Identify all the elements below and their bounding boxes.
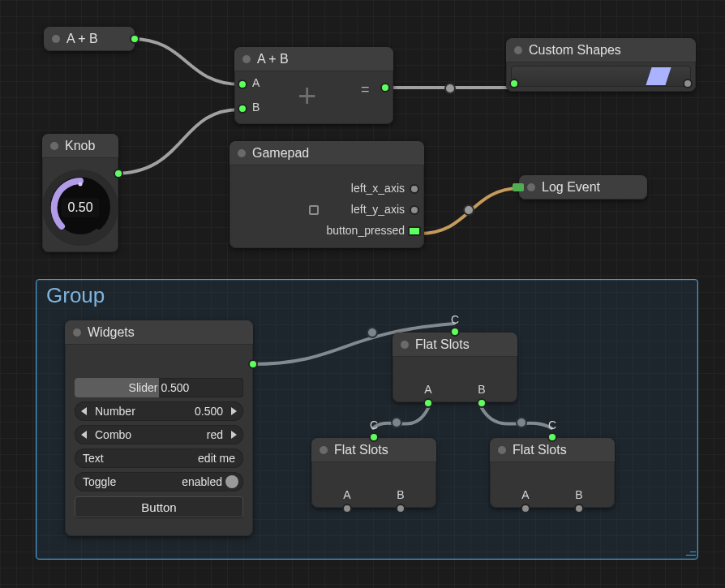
node-title: A + B: [66, 32, 98, 46]
number-value: 0.500: [195, 405, 231, 418]
port-label: A: [424, 383, 431, 396]
output-port-b[interactable]: [477, 398, 487, 408]
node-status-dot: [238, 149, 246, 157]
arrow-right-icon[interactable]: [231, 431, 237, 439]
node-title: A + B: [257, 52, 289, 67]
node-title: Flat Slots: [334, 443, 388, 457]
node-status-dot: [514, 46, 522, 54]
widget-combo[interactable]: Combo red: [75, 425, 243, 444]
equals-icon: =: [361, 81, 370, 98]
node-status-dot: [498, 446, 506, 454]
output-port[interactable]: [248, 359, 258, 369]
group-resize-handle[interactable]: [684, 546, 697, 559]
input-label: B: [252, 101, 260, 114]
output-label: left_x_axis: [351, 182, 405, 195]
output-port-a[interactable]: [423, 398, 433, 408]
number-label: Number: [87, 405, 144, 418]
node-log-event[interactable]: Log Event: [519, 175, 647, 200]
output-port-a[interactable]: [342, 504, 352, 513]
knob-dial[interactable]: 0.50: [47, 174, 114, 241]
output-port-x-axis[interactable]: [410, 184, 419, 194]
arrow-left-icon[interactable]: [81, 431, 87, 439]
port-label: A: [521, 488, 529, 501]
input-port-b[interactable]: [238, 104, 247, 114]
toggle-knob-icon[interactable]: [225, 475, 238, 488]
node-widgets[interactable]: Widgets Slider 0.500 Number 0.500 Combo …: [65, 320, 253, 536]
node-title: Custom Shapes: [529, 43, 621, 58]
input-port-c[interactable]: [369, 432, 379, 442]
port-label: C: [451, 313, 459, 326]
node-status-dot: [401, 341, 409, 349]
input-port[interactable]: [509, 79, 519, 88]
output-port[interactable]: [683, 79, 693, 88]
node-knob[interactable]: Knob 0.50: [42, 134, 118, 252]
wire-midpoint[interactable]: [444, 83, 456, 94]
svg-point-1: [79, 182, 83, 187]
node-status-dot: [320, 446, 328, 454]
output-port-b[interactable]: [574, 504, 584, 513]
output-label: button_pressed: [326, 224, 405, 237]
output-port[interactable]: [114, 169, 123, 178]
port-label: C: [548, 418, 556, 431]
node-a-plus-b-small[interactable]: A + B: [44, 27, 135, 51]
widget-number[interactable]: Number 0.500: [75, 401, 243, 421]
widget-text[interactable]: Text edit me: [75, 449, 243, 468]
output-port[interactable]: [130, 34, 139, 44]
widget-button[interactable]: Button: [75, 496, 243, 517]
operator-plus-icon: +: [298, 79, 316, 112]
custom-shape-segment[interactable]: [646, 67, 671, 85]
port-label: B: [575, 488, 582, 501]
node-custom-shapes[interactable]: Custom Shapes: [506, 38, 696, 92]
port-label: B: [397, 488, 404, 501]
input-port-c[interactable]: [547, 432, 557, 442]
combo-label: Combo: [87, 428, 139, 441]
text-value[interactable]: edit me: [198, 452, 243, 465]
toggle-value: enabled: [182, 475, 225, 488]
node-flat-slots-3[interactable]: Flat Slots C A B: [490, 438, 615, 508]
combo-value: red: [207, 428, 231, 441]
node-title: Flat Slots: [415, 337, 470, 352]
wire-midpoint[interactable]: [463, 204, 474, 216]
node-status-dot: [242, 55, 251, 63]
output-port-button-pressed[interactable]: [408, 226, 421, 236]
input-port-a[interactable]: [238, 79, 247, 89]
port-label: B: [478, 383, 485, 396]
output-label: left_y_axis: [351, 203, 405, 216]
arrow-left-icon[interactable]: [81, 407, 87, 415]
input-port-c[interactable]: [450, 327, 460, 337]
node-title: Gamepad: [252, 146, 309, 161]
knob-value: 0.50: [61, 198, 99, 217]
widget-slider[interactable]: Slider 0.500: [75, 378, 243, 397]
output-port-a[interactable]: [521, 504, 530, 513]
node-title: Widgets: [88, 325, 135, 340]
node-status-dot: [73, 328, 81, 337]
node-title: Flat Slots: [513, 443, 567, 457]
node-status-dot: [52, 35, 60, 43]
node-gamepad[interactable]: Gamepad left_x_axis left_y_axis button_p…: [230, 141, 424, 248]
gamepad-y-indicator: [309, 205, 319, 215]
widget-toggle[interactable]: Toggle enabled: [75, 472, 243, 491]
button-label: Button: [141, 500, 176, 514]
output-port[interactable]: [380, 83, 390, 92]
input-label: A: [252, 76, 260, 89]
port-label: A: [343, 488, 350, 501]
output-port-y-axis[interactable]: [410, 205, 419, 215]
node-title: Knob: [65, 139, 95, 153]
text-label: Text: [75, 452, 112, 465]
node-a-plus-b[interactable]: A + B A B + =: [234, 47, 393, 124]
output-port-b[interactable]: [396, 504, 405, 513]
custom-shapes-track[interactable]: [511, 66, 691, 87]
node-title: Log Event: [542, 180, 600, 195]
port-label: C: [370, 418, 378, 431]
node-status-dot: [527, 183, 535, 191]
input-port-event[interactable]: [513, 183, 524, 191]
slider-label: Slider: [121, 381, 161, 394]
toggle-label: Toggle: [75, 475, 124, 488]
group-title[interactable]: Group: [46, 283, 105, 308]
node-flat-slots-1[interactable]: Flat Slots C A B: [393, 333, 517, 402]
arrow-right-icon[interactable]: [231, 407, 237, 415]
node-flat-slots-2[interactable]: Flat Slots C A B: [311, 438, 436, 508]
node-status-dot: [50, 142, 58, 150]
slider-value: 0.500: [161, 381, 197, 394]
